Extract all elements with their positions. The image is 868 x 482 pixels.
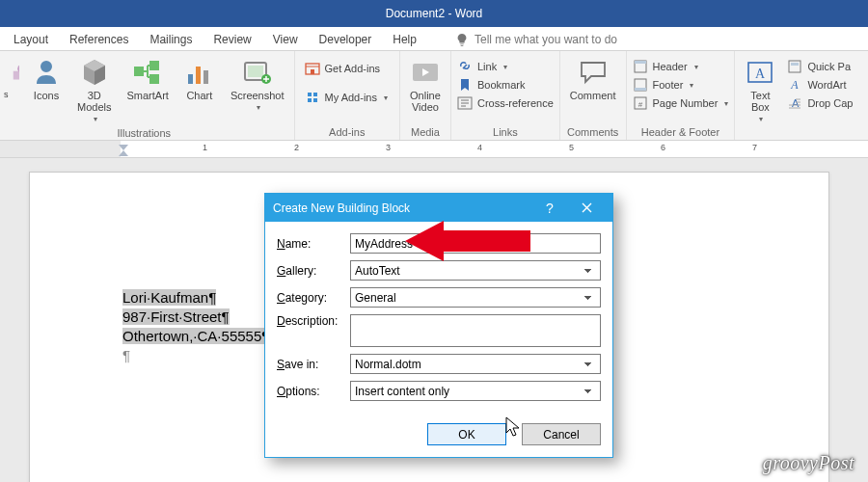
svg-rect-6 — [196, 67, 201, 84]
tab-mailings[interactable]: Mailings — [149, 33, 192, 50]
label-name: Name: — [277, 237, 350, 251]
ribbon-3dmodels-button[interactable]: 3D Models ▾ — [73, 55, 115, 125]
svg-rect-24 — [791, 63, 799, 66]
comment-icon — [578, 57, 609, 88]
page-number-icon: # — [633, 95, 648, 111]
svg-rect-7 — [203, 70, 208, 84]
svg-text:A: A — [791, 78, 800, 92]
dropdown-caret-icon: ▾ — [688, 81, 693, 90]
group-media: Online Video Media — [400, 51, 451, 140]
ribbon-crossref-label: Cross-reference — [477, 97, 554, 109]
dialog-help-button[interactable]: ? — [531, 194, 568, 222]
ribbon-my-addins-button[interactable]: My Add-ins ▾ — [305, 90, 388, 105]
tab-view[interactable]: View — [273, 33, 298, 50]
ok-button[interactable]: OK — [427, 423, 506, 445]
group-comments-label: Comments — [566, 124, 620, 138]
ribbon-header-label: Header — [653, 61, 688, 72]
indent-marker-icon[interactable] — [118, 144, 131, 157]
gallery-select[interactable]: AutoText — [350, 260, 601, 281]
tell-me-search[interactable]: Tell me what you want to do — [455, 33, 617, 50]
ribbon-page-number-label: Page Number — [653, 97, 719, 109]
window-titlebar: Document2 - Word — [0, 0, 868, 27]
group-links-label: Links — [457, 124, 554, 138]
ribbon-body: s Icons 3D Models ▾ SmartArt Chart Sc — [0, 51, 868, 141]
dropcap-icon: A — [787, 95, 802, 111]
group-illustrations: s Icons 3D Models ▾ SmartArt Chart Sc — [0, 51, 295, 140]
quickparts-icon — [787, 59, 802, 74]
svg-text:A: A — [755, 67, 766, 81]
label-gallery: Gallery: — [277, 264, 350, 278]
ribbon-link-label: Link — [477, 61, 497, 72]
savein-select[interactable]: Normal.dotm — [350, 354, 601, 374]
ribbon-get-addins-button[interactable]: Get Add-ins — [305, 61, 388, 76]
ribbon-smartart-button[interactable]: SmartArt — [122, 55, 172, 103]
ribbon-bookmark-label: Bookmark — [477, 79, 526, 91]
ribbon-screenshot-button[interactable]: Screenshot ▾ — [227, 55, 288, 114]
svg-rect-2 — [134, 67, 144, 76]
close-icon — [582, 202, 592, 213]
ribbon-wordart-label: WordArt — [807, 79, 846, 91]
tell-me-placeholder: Tell me what you want to do — [475, 33, 617, 46]
ribbon-bookmark-button[interactable]: Bookmark — [457, 77, 554, 93]
store-icon — [305, 61, 320, 76]
ribbon-icons-button2[interactable]: Icons — [27, 55, 66, 103]
ribbon-crossref-button[interactable]: Cross-reference — [457, 95, 554, 111]
crossref-icon — [457, 95, 473, 111]
smartart-icon — [132, 57, 163, 88]
tab-developer[interactable]: Developer — [319, 33, 372, 50]
category-select[interactable]: General — [350, 287, 601, 308]
cancel-button[interactable]: Cancel — [522, 423, 601, 445]
group-text: A Text Box ▾ Quick Pa A WordArt A Drop C… — [735, 51, 858, 140]
video-icon — [410, 57, 441, 88]
ribbon-dropcap-button[interactable]: A Drop Cap — [787, 95, 853, 111]
label-options: Options: — [277, 385, 350, 398]
ribbon-smartart-label: SmartArt — [126, 90, 168, 101]
ribbon-comment-label: Comment — [570, 90, 616, 101]
window-title: Document2 - Word — [386, 7, 482, 20]
ribbon-chart-button[interactable]: Chart — [180, 55, 219, 103]
ribbon-dropcap-label: Drop Cap — [807, 97, 853, 109]
dialog-titlebar[interactable]: Create New Building Block ? — [265, 194, 612, 222]
description-textarea[interactable] — [350, 314, 601, 347]
ribbon-icons-button[interactable]: s — [0, 55, 19, 101]
person-icon — [31, 57, 62, 88]
chart-icon — [184, 57, 215, 88]
tab-help[interactable]: Help — [393, 33, 417, 50]
group-media-label: Media — [406, 124, 445, 138]
footer-icon — [633, 77, 648, 93]
ribbon-footer-button[interactable]: Footer▾ — [633, 77, 729, 93]
ribbon-page-number-button[interactable]: # Page Number▾ — [633, 95, 729, 111]
ribbon-online-video-label: Online Video — [410, 90, 441, 113]
tab-review[interactable]: Review — [213, 33, 251, 50]
svg-rect-9 — [248, 66, 263, 77]
ribbon-header-button[interactable]: Header▾ — [633, 59, 729, 74]
doc-line-4: ¶ — [122, 347, 130, 363]
dropdown-caret-icon: ▾ — [502, 63, 507, 71]
svg-rect-12 — [311, 69, 314, 74]
cube-icon — [79, 57, 110, 88]
ribbon-quickparts-label: Quick Pa — [807, 61, 851, 72]
tab-references[interactable]: References — [69, 33, 128, 50]
shapes-icon — [10, 57, 19, 88]
options-select[interactable]: Insert content only — [350, 381, 601, 401]
ribbon-comment-button[interactable]: Comment — [566, 55, 620, 103]
dialog-close-button[interactable] — [568, 194, 605, 222]
ribbon-3dmodels-label: 3D Models — [77, 90, 111, 113]
svg-rect-3 — [149, 61, 159, 70]
ribbon-link-button[interactable]: Link ▾ — [457, 59, 554, 74]
dropdown-caret-icon: ▾ — [692, 63, 698, 71]
ribbon-wordart-button[interactable]: A WordArt — [787, 77, 853, 93]
ribbon-icons-label: Icons — [34, 90, 59, 101]
create-building-block-dialog: Create New Building Block ? Name: Galler… — [264, 193, 613, 458]
doc-line-1: Lori·Kaufman¶ — [122, 289, 216, 306]
ribbon-textbox-button[interactable]: A Text Box ▾ — [741, 55, 779, 125]
dropdown-caret-icon: ▾ — [722, 99, 728, 108]
selected-text-block[interactable]: Lori·Kaufman¶ 987·First·Street¶ Othertow… — [122, 288, 269, 365]
horizontal-ruler[interactable]: 1 2 3 4 5 6 7 — [0, 141, 868, 158]
svg-rect-16 — [635, 61, 646, 64]
bookmark-icon — [457, 77, 473, 93]
ribbon-quickparts-button[interactable]: Quick Pa — [787, 59, 853, 74]
ribbon-online-video-button[interactable]: Online Video — [406, 55, 445, 115]
tab-layout[interactable]: Layout — [14, 33, 48, 50]
name-input[interactable] — [350, 233, 601, 254]
